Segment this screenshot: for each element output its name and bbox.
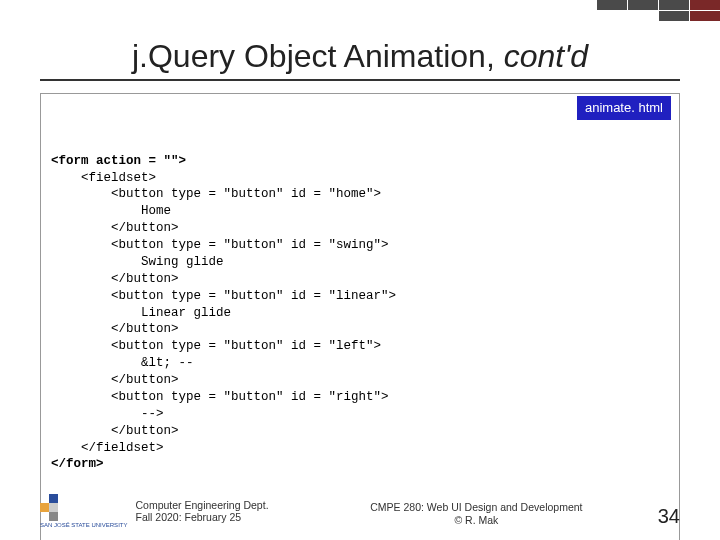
filename-badge: animate. html (577, 96, 671, 120)
page-number: 34 (640, 505, 680, 528)
code-box: animate. html <form action = ""> <fields… (40, 93, 680, 540)
footer-dept: Computer Engineering Dept. (135, 499, 268, 511)
logo-caption: SAN JOSÉ STATE UNIVERSITY (40, 522, 127, 528)
sjsu-logo: SAN JOSÉ STATE UNIVERSITY (40, 494, 127, 528)
slide-title: j.Query Object Animation, cont'd (40, 38, 680, 75)
footer-course: CMPE 280: Web UI Design and Development (313, 501, 640, 515)
title-text: j.Query Object Animation, (132, 38, 504, 74)
title-italic: cont'd (504, 38, 588, 74)
title-underline (40, 79, 680, 81)
code-content: <form action = ""> <fieldset> <button ty… (51, 153, 669, 474)
decorative-corner-bars (597, 0, 720, 21)
slide-footer: SAN JOSÉ STATE UNIVERSITY Computer Engin… (40, 494, 680, 528)
footer-author: © R. Mak (313, 514, 640, 528)
footer-term: Fall 2020: February 25 (135, 511, 268, 523)
